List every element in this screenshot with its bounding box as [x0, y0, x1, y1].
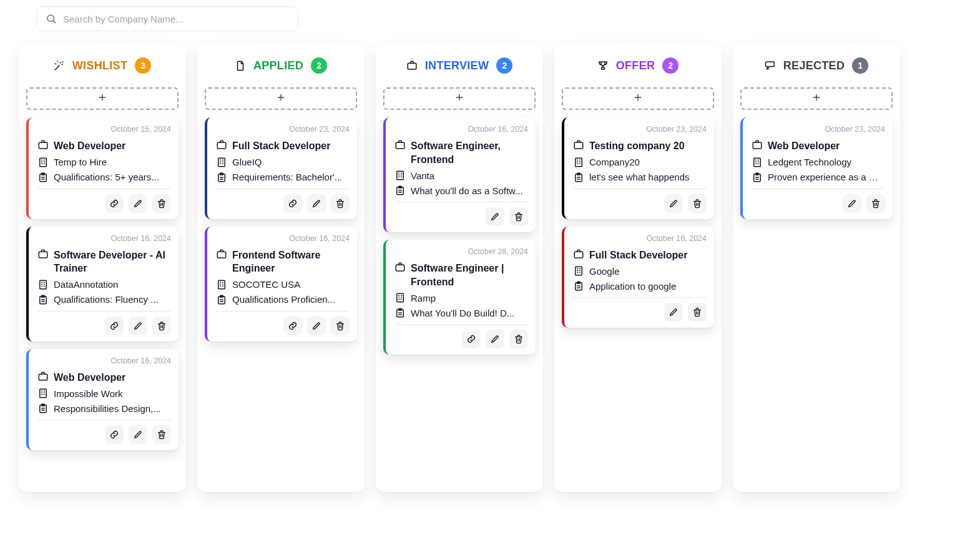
card-company: Google	[589, 266, 707, 277]
link-button[interactable]	[283, 194, 302, 213]
briefcase-icon	[216, 139, 227, 150]
card-actions	[752, 194, 885, 213]
card-title: Web Developer	[54, 139, 171, 153]
search-icon	[46, 13, 57, 24]
card-title: Full Stack Developer	[589, 248, 707, 262]
divider	[37, 420, 171, 420]
job-card[interactable]: October 16, 2024 Software Engineer, Fron…	[383, 117, 536, 232]
divider	[394, 202, 528, 202]
clipboard-icon	[394, 307, 406, 318]
building-icon	[216, 279, 227, 290]
building-icon	[37, 157, 49, 168]
link-button[interactable]	[105, 317, 124, 335]
card-company: Vanta	[411, 170, 528, 181]
building-icon	[573, 157, 584, 168]
delete-button[interactable]	[152, 194, 171, 213]
column-count-badge: 2	[662, 57, 679, 74]
link-button[interactable]	[105, 194, 124, 213]
edit-button[interactable]	[307, 194, 326, 213]
divider	[216, 189, 350, 189]
file-icon	[235, 60, 246, 71]
search-box[interactable]	[36, 6, 298, 31]
job-card[interactable]: October 28, 2024 Software Engineer | Fro…	[383, 240, 536, 355]
briefcase-icon	[394, 262, 406, 273]
edit-button[interactable]	[307, 317, 326, 335]
card-actions	[216, 194, 350, 213]
delete-button[interactable]	[331, 194, 350, 213]
divider	[37, 189, 171, 189]
briefcase-icon	[37, 371, 49, 382]
card-company: DataAnnotation	[54, 279, 171, 290]
divider	[216, 311, 350, 312]
delete-button[interactable]	[331, 317, 350, 335]
add-card-button[interactable]	[205, 87, 357, 110]
card-date: October 16, 2024	[573, 234, 707, 243]
edit-button[interactable]	[486, 207, 504, 226]
add-card-button[interactable]	[383, 87, 536, 110]
column-rejected: REJECTED 1 October 23, 2024 Web Develope…	[733, 42, 900, 492]
plus-icon	[276, 92, 286, 105]
add-card-button[interactable]	[740, 87, 893, 110]
edit-button[interactable]	[664, 303, 683, 322]
column-header: INTERVIEW 2	[383, 57, 536, 74]
card-date: October 16, 2024	[394, 125, 528, 134]
card-date: October 16, 2024	[37, 234, 171, 243]
clipboard-icon	[216, 294, 227, 305]
card-description: Qualifications Proficien...	[232, 294, 350, 305]
plus-icon	[633, 92, 643, 105]
link-button[interactable]	[105, 425, 124, 444]
job-card[interactable]: October 16, 2024 Frontend Software Engin…	[205, 227, 357, 341]
edit-button[interactable]	[129, 425, 147, 444]
column-count-badge: 2	[496, 57, 512, 74]
card-description: Responsibilities Design,...	[54, 403, 171, 414]
column-title: APPLIED	[253, 59, 303, 72]
search-input[interactable]	[63, 14, 289, 24]
card-description: Qualifications: Fluency ...	[54, 294, 171, 305]
trophy-icon	[597, 60, 609, 71]
card-date: October 23, 2024	[573, 125, 707, 134]
card-date: October 28, 2024	[394, 247, 528, 256]
plus-icon	[454, 92, 464, 105]
card-date: October 23, 2024	[752, 125, 885, 134]
add-card-button[interactable]	[562, 87, 714, 110]
divider	[573, 189, 707, 189]
card-company: Impossible Work	[54, 388, 171, 399]
delete-button[interactable]	[152, 317, 171, 335]
card-description: Qualifications: 5+ years...	[54, 172, 171, 182]
edit-button[interactable]	[129, 317, 147, 335]
job-card[interactable]: October 16, 2024 Software Developer - AI…	[26, 227, 179, 341]
delete-button[interactable]	[688, 194, 707, 213]
link-button[interactable]	[462, 330, 481, 348]
delete-button[interactable]	[866, 194, 885, 213]
column-title: WISHLIST	[72, 59, 127, 72]
briefcase-icon	[406, 60, 418, 71]
job-card[interactable]: October 16, 2024 Web Developer Impossibl…	[26, 349, 179, 451]
delete-button[interactable]	[688, 303, 707, 322]
edit-button[interactable]	[664, 194, 683, 213]
divider	[37, 311, 171, 312]
delete-button[interactable]	[509, 330, 528, 348]
job-card[interactable]: October 16, 2024 Full Stack Developer Go…	[562, 227, 714, 328]
edit-button[interactable]	[129, 194, 147, 213]
job-card[interactable]: October 23, 2024 Full Stack Developer Gl…	[205, 117, 357, 219]
link-button[interactable]	[283, 317, 302, 335]
clipboard-icon	[394, 185, 406, 196]
card-company: SOCOTEC USA	[232, 279, 350, 290]
add-card-button[interactable]	[26, 87, 179, 110]
briefcase-icon	[752, 139, 763, 150]
delete-button[interactable]	[509, 207, 528, 226]
card-date: October 16, 2024	[216, 234, 350, 243]
card-company: GlueIQ	[232, 157, 350, 167]
divider	[394, 324, 528, 325]
job-card[interactable]: October 15, 2024 Web Developer Temp to H…	[26, 117, 179, 219]
building-icon	[37, 388, 49, 399]
delete-button[interactable]	[152, 425, 171, 444]
edit-button[interactable]	[486, 330, 504, 348]
building-icon	[573, 265, 584, 277]
edit-button[interactable]	[843, 194, 861, 213]
column-applied: APPLIED 2 October 23, 2024 Full Stack De…	[197, 42, 365, 492]
column-wishlist: WISHLIST 3 October 15, 2024 Web Develope…	[19, 42, 186, 492]
card-title: Web Developer	[768, 139, 885, 153]
job-card[interactable]: October 23, 2024 Web Developer Ledgent T…	[740, 117, 893, 219]
job-card[interactable]: October 23, 2024 Testing company 20 Comp…	[562, 117, 714, 219]
